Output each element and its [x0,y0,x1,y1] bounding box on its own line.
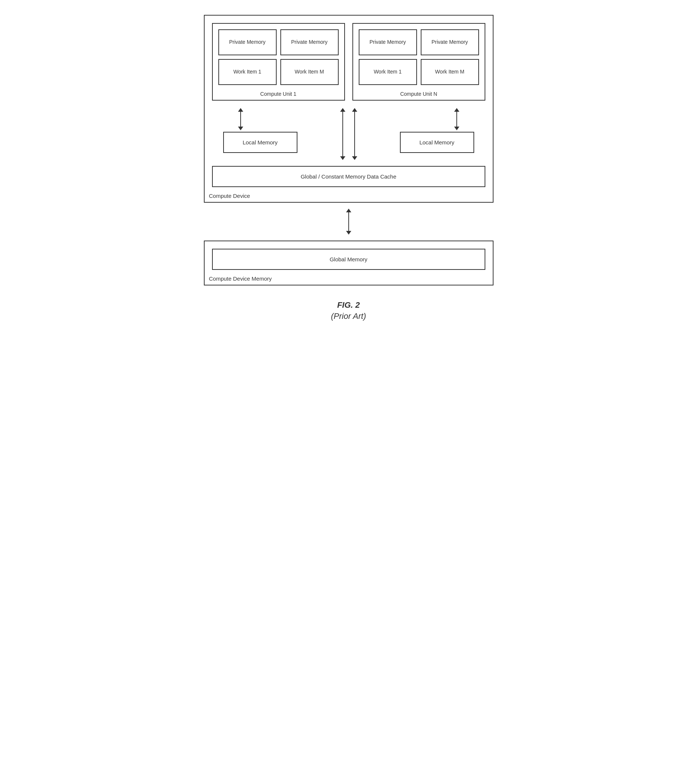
work-item-1-m: Work Item M [280,59,339,85]
compute-device-memory-box: Global Memory Compute Device Memory [204,240,494,285]
global-cache-label: Global / Constant Memory Data Cache [301,173,397,180]
private-memory-1-1: Private Memory [218,29,277,55]
work-item-row-1: Work Item 1 Work Item M [218,59,339,85]
private-memory-n-2: Private Memory [421,29,479,55]
global-cache-box: Global / Constant Memory Data Cache [212,166,485,187]
compute-unit-1: Private Memory Private Memory Work Item … [212,23,345,100]
compute-device-box: Private Memory Private Memory Work Item … [204,15,494,203]
compute-device-memory-label: Compute Device Memory [209,275,272,282]
global-memory-label: Global Memory [330,256,367,262]
private-memory-row-n: Private Memory Private Memory [359,29,479,55]
private-memory-n-1: Private Memory [359,29,417,55]
compute-unit-n: Private Memory Private Memory Work Item … [353,23,485,100]
arrow-cu1-local1 [238,108,243,130]
work-item-row-n: Work Item 1 Work Item M [359,59,479,85]
arrow-cu1-down [340,108,345,160]
private-memory-row-1: Private Memory Private Memory [218,29,339,55]
figure-number: FIG. 2 [331,300,366,310]
figure-subtitle: (Prior Art) [331,311,366,321]
work-item-n-1: Work Item 1 [359,59,417,85]
compute-device-label: Compute Device [209,193,250,199]
global-memory-box: Global Memory [212,249,485,270]
figure-caption: FIG. 2 (Prior Art) [331,300,366,321]
connector-arrow [346,209,351,235]
arrow-cun-down [352,108,357,160]
work-item-n-m: Work Item M [421,59,479,85]
local-memory-2: Local Memory [400,132,474,153]
work-item-1-1: Work Item 1 [218,59,277,85]
page-container: Private Memory Private Memory Work Item … [204,15,494,321]
arrow-cun-local2 [454,108,459,130]
compute-units-row: Private Memory Private Memory Work Item … [212,23,485,100]
private-memory-1-2: Private Memory [280,29,339,55]
local-memory-1: Local Memory [223,132,297,153]
compute-unit-1-label: Compute Unit 1 [260,91,296,97]
compute-unit-n-label: Compute Unit N [400,91,437,97]
